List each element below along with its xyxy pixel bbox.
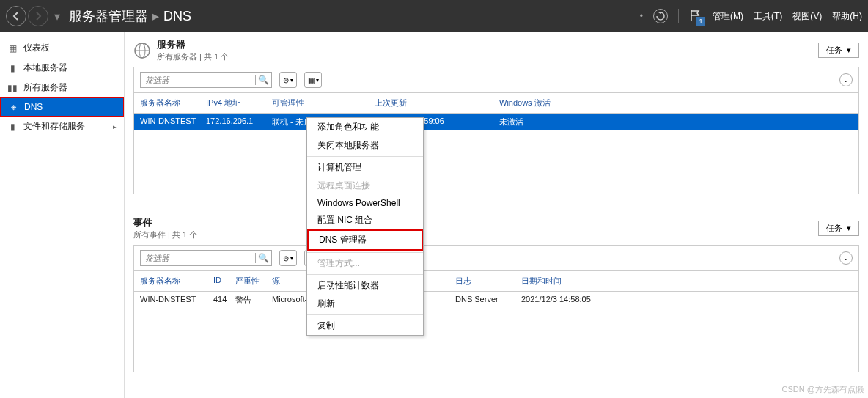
event-row[interactable]: WIN-DNSTEST 414 警告 Microsoft-Windows-DNS… (134, 292, 858, 309)
nav-dropdown-icon[interactable]: ▾ (54, 10, 60, 23)
events-panel-header: 事件 所有事件 | 共 1 个 任务▾ (133, 216, 859, 240)
servers-filter-box: 🔍 (140, 72, 272, 88)
menu-view[interactable]: 视图(V) (792, 10, 822, 23)
col-ip[interactable]: IPv4 地址 (203, 97, 269, 108)
ctx-dns-manager[interactable]: DNS 管理器 (307, 229, 423, 251)
sidebar-item-label: 所有服务器 (23, 81, 67, 94)
events-title: 事件 (133, 216, 197, 229)
cell-ev-sev: 警告 (232, 295, 269, 306)
search-icon[interactable]: 🔍 (255, 75, 271, 85)
ctx-powershell[interactable]: Windows PowerShell (307, 195, 423, 211)
separator (678, 9, 679, 23)
menu-help[interactable]: 帮助(H) (832, 10, 862, 23)
menu-manage[interactable]: 管理(M) (713, 10, 743, 23)
col-ev-name[interactable]: 服务器名称 (137, 276, 210, 287)
ctx-separator (307, 252, 423, 253)
events-filter-input[interactable] (141, 254, 255, 262)
nav-back-button[interactable] (6, 6, 26, 26)
col-server-name[interactable]: 服务器名称 (137, 97, 203, 108)
sidebar-item-dns[interactable]: ⎈ DNS (0, 97, 124, 117)
dashboard-icon: ▦ (7, 43, 18, 54)
breadcrumb-app: 服务器管理器 (69, 7, 148, 25)
ctx-separator (307, 314, 423, 315)
cell-ev-dt: 2021/12/3 14:58:05 (518, 295, 628, 306)
filter-options-button-2[interactable]: ▦▾ (304, 72, 322, 88)
col-activation[interactable]: Windows 激活 (496, 97, 584, 108)
dns-icon: ⎈ (8, 102, 18, 112)
watermark: CSDN @方先森有点懒 (782, 384, 864, 395)
filter-options-button-1[interactable]: ⊜▾ (279, 72, 297, 88)
sidebar-item-label: DNS (24, 102, 43, 112)
server-row[interactable]: WIN-DNSTEST 172.16.206.1 联机 - 未启动性能计数器 2… (134, 114, 858, 130)
ctx-manage-as: 管理方式... (307, 254, 423, 273)
nav-forward-button (28, 6, 48, 26)
sidebar-item-label: 本地服务器 (23, 62, 67, 74)
events-grid-body: WIN-DNSTEST 414 警告 Microsoft-Windows-DNS… (133, 292, 859, 372)
col-ev-sev[interactable]: 严重性 (232, 276, 269, 287)
server-icon: ▮ (7, 63, 18, 73)
servers-tasks-dropdown[interactable]: 任务▾ (818, 43, 859, 58)
breadcrumb-page: DNS (163, 9, 191, 24)
servers-panel-header: 服务器 所有服务器 | 共 1 个 任务▾ (133, 38, 859, 62)
ctx-remote-desktop: 远程桌面连接 (307, 177, 423, 195)
col-ev-dt[interactable]: 日期和时间 (518, 276, 628, 287)
events-filter-bar: 🔍 ⊜▾ ▦▾ ⌄ (133, 245, 859, 271)
servers-icon: ▮▮ (7, 83, 18, 93)
refresh-button[interactable] (653, 9, 668, 23)
cell-ev-log: DNS Server (452, 295, 518, 306)
servers-grid-body: WIN-DNSTEST 172.16.206.1 联机 - 未启动性能计数器 2… (133, 114, 859, 194)
servers-filter-input[interactable] (141, 75, 255, 84)
ctx-shutdown-local[interactable]: 关闭本地服务器 (307, 136, 423, 155)
menu-tools[interactable]: 工具(T) (754, 10, 782, 23)
servers-title: 服务器 (157, 38, 229, 51)
cell-name: WIN-DNSTEST (137, 117, 203, 128)
chevron-right-icon: ▸ (113, 123, 117, 130)
ctx-computer-mgmt[interactable]: 计算机管理 (307, 158, 423, 177)
servers-subtitle: 所有服务器 | 共 1 个 (157, 51, 229, 62)
ctx-separator (307, 274, 423, 275)
ctx-start-perf-counters[interactable]: 启动性能计数器 (307, 276, 423, 295)
dash-icon: • (640, 11, 643, 21)
events-filter-box: 🔍 (140, 250, 272, 266)
cell-ip: 172.16.206.1 (203, 117, 269, 128)
collapse-panel-button[interactable]: ⌄ (839, 251, 853, 265)
col-ev-id[interactable]: ID (210, 276, 232, 287)
chevron-down-icon: ▾ (847, 224, 851, 233)
globe-icon (133, 42, 151, 59)
cell-ev-id: 414 (210, 295, 232, 306)
sidebar-item-local-server[interactable]: ▮ 本地服务器 (0, 58, 124, 78)
events-grid-header: 服务器名称 ID 严重性 源 日志 日期和时间 (133, 271, 859, 292)
titlebar: ▾ 服务器管理器 ▸ DNS • 管理(M) 工具(T) 视图(V) 帮助(H) (0, 0, 868, 32)
notifications-flag-icon[interactable] (689, 10, 702, 23)
sidebar-item-all-servers[interactable]: ▮▮ 所有服务器 (0, 78, 124, 97)
breadcrumb-sep-icon: ▸ (152, 8, 159, 24)
servers-filter-bar: 🔍 ⊜▾ ▦▾ ⌄ (133, 67, 859, 93)
ctx-nic-teaming[interactable]: 配置 NIC 组合 (307, 211, 423, 229)
sidebar-item-label: 仪表板 (23, 42, 50, 54)
events-tasks-dropdown[interactable]: 任务▾ (818, 221, 859, 236)
chevron-down-icon: ▾ (847, 45, 851, 55)
ctx-refresh[interactable]: 刷新 (307, 295, 423, 313)
storage-icon: ▮ (7, 122, 18, 132)
ctx-copy[interactable]: 复制 (307, 317, 423, 335)
context-menu: 添加角色和功能 关闭本地服务器 计算机管理 远程桌面连接 Windows Pow… (306, 117, 424, 336)
col-last-update[interactable]: 上次更新 (372, 97, 496, 108)
main-content: 服务器 所有服务器 | 共 1 个 任务▾ 🔍 ⊜▾ ▦▾ ⌄ 服务器名称 IP… (125, 32, 868, 398)
cell-ev-name: WIN-DNSTEST (137, 295, 210, 306)
filter-options-button-3[interactable]: ⊜▾ (279, 250, 297, 266)
breadcrumb: 服务器管理器 ▸ DNS (69, 7, 191, 25)
events-subtitle: 所有事件 | 共 1 个 (133, 229, 197, 240)
sidebar-item-label: 文件和存储服务 (23, 120, 85, 133)
col-manageability[interactable]: 可管理性 (269, 97, 372, 108)
sidebar-item-file-storage[interactable]: ▮ 文件和存储服务 ▸ (0, 117, 124, 136)
collapse-panel-button[interactable]: ⌄ (839, 73, 853, 86)
col-ev-log[interactable]: 日志 (452, 276, 518, 287)
sidebar: ▦ 仪表板 ▮ 本地服务器 ▮▮ 所有服务器 ⎈ DNS ▮ 文件和存储服务 ▸ (0, 32, 125, 398)
sidebar-item-dashboard[interactable]: ▦ 仪表板 (0, 38, 124, 58)
servers-grid-header: 服务器名称 IPv4 地址 可管理性 上次更新 Windows 激活 (133, 93, 859, 114)
ctx-add-roles[interactable]: 添加角色和功能 (307, 118, 423, 136)
search-icon[interactable]: 🔍 (255, 253, 271, 263)
ctx-separator (307, 156, 423, 157)
cell-act: 未激活 (496, 117, 584, 128)
